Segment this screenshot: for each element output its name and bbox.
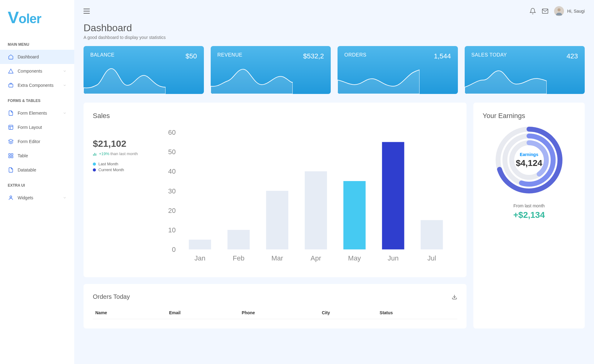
stat-value: $50 [186,52,197,60]
sidebar-item-components[interactable]: Components [0,64,74,78]
page-subtitle: A good dashboard to display your statist… [84,35,585,40]
stat-value: 423 [566,52,578,60]
download-icon[interactable] [452,294,457,300]
chevron-down-icon [63,69,67,73]
svg-rect-26 [305,171,327,249]
main: Hi, Saugi Dashboard A good dashboard to … [74,0,594,364]
sidebar-item-dashboard[interactable]: Dashboard [0,50,74,64]
logo[interactable]: Voler [0,8,74,36]
chevron-down-icon [63,83,67,87]
sidebar-item-form-editor[interactable]: Form Editor [0,134,74,149]
svg-text:Feb: Feb [233,254,244,262]
earnings-title: Your Earnings [483,112,575,120]
sidebar-item-label: Datatable [18,167,67,172]
stat-card-sales-today[interactable]: SALES TODAY423 [465,46,585,94]
sidebar-item-label: Form Layout [18,125,67,130]
legend-item: Current Month [93,167,152,172]
sidebar-item-label: Table [18,153,67,158]
sales-bar-chart: 0102030405060JanFebMarAprMayJunJul [161,126,457,268]
svg-rect-10 [93,154,94,156]
menu-section-title: MAIN MENU [0,42,74,50]
earnings-radial-chart: Earnings $4,124 [492,123,566,197]
svg-text:Jul: Jul [428,254,436,262]
user-menu[interactable]: Hi, Saugi [554,6,585,16]
topbar: Hi, Saugi [74,0,594,22]
sidebar-item-form-layout[interactable]: Form Layout [0,120,74,134]
sparkline [465,66,547,94]
earnings-card: Your Earnings Earnings $4,124 From last … [473,103,585,328]
svg-text:Jun: Jun [388,254,398,262]
messages-icon[interactable] [542,8,549,15]
svg-text:0: 0 [172,246,176,253]
svg-rect-2 [9,154,10,155]
table-header: Phone [239,307,319,319]
earnings-center-label: Earnings [516,152,542,157]
svg-rect-4 [9,156,10,158]
menu-section-title: FORMS & TABLES [0,99,74,106]
sparkline [84,66,166,94]
orders-today-card: Orders Today NameEmailPhoneCityStatus [84,284,467,328]
svg-rect-20 [189,240,211,250]
sidebar-item-widgets[interactable]: Widgets [0,191,74,205]
orders-table: NameEmailPhoneCityStatus [93,307,457,319]
table-header: Email [166,307,239,319]
stat-card-revenue[interactable]: REVENUE$532,2 [211,46,331,94]
home-icon [8,54,14,60]
stat-label: SALES TODAY [471,52,507,60]
chevron-down-icon [63,111,67,115]
svg-rect-11 [94,153,95,156]
chevron-down-icon [63,196,67,200]
layers-icon [8,138,14,145]
svg-text:10: 10 [168,226,176,234]
stat-value: 1,544 [434,52,451,60]
svg-text:30: 30 [168,187,176,195]
svg-rect-24 [266,191,288,250]
layout-icon [8,124,14,130]
menu-toggle-icon[interactable] [84,9,90,14]
file-icon [8,167,14,173]
sidebar-item-datatable[interactable]: Datatable [0,163,74,177]
file-icon [8,110,14,116]
sidebar-item-table[interactable]: Table [0,149,74,163]
table-header: Status [377,307,457,319]
svg-text:May: May [348,254,361,262]
table-header: City [319,307,377,319]
svg-rect-1 [9,125,13,129]
legend-item: Last Month [93,162,152,166]
sidebar-item-form-elements[interactable]: Form Elements [0,106,74,120]
briefcase-icon [8,82,14,88]
svg-rect-32 [421,220,443,249]
stat-card-balance[interactable]: BALANCE$50 [84,46,204,94]
stat-cards: BALANCE$50REVENUE$532,2ORDERS1,544SALES … [84,46,585,94]
sales-card: Sales $21,102 +19%than last month Last M… [84,103,467,277]
user-greeting: Hi, Saugi [567,9,585,14]
sales-title: Sales [93,112,457,120]
sales-total: $21,102 [93,138,152,149]
orders-today-title: Orders Today [93,293,130,300]
svg-rect-28 [343,181,366,249]
sidebar-item-label: Extra Components [18,83,63,88]
svg-rect-5 [11,156,13,158]
sidebar-item-extra-components[interactable]: Extra Components [0,78,74,92]
sidebar-item-label: Dashboard [18,54,67,59]
svg-text:Mar: Mar [271,254,283,262]
sidebar-item-label: Widgets [18,195,63,200]
sales-delta: +19%than last month [93,151,152,156]
svg-text:Jan: Jan [195,254,205,262]
triangle-icon [8,68,14,74]
notifications-icon[interactable] [529,8,536,15]
avatar [554,6,564,16]
svg-point-6 [10,196,12,198]
stat-label: REVENUE [217,52,243,60]
svg-text:Apr: Apr [311,254,321,262]
svg-rect-22 [227,230,250,249]
earnings-center-value: $4,124 [516,158,542,168]
sparkline [338,66,420,94]
stat-card-orders[interactable]: ORDERS1,544 [338,46,458,94]
svg-text:50: 50 [168,148,176,156]
table-header: Name [93,307,166,319]
sidebar-item-label: Components [18,69,63,74]
user-icon [8,195,14,201]
sparkline [211,66,293,94]
svg-text:20: 20 [168,207,176,214]
